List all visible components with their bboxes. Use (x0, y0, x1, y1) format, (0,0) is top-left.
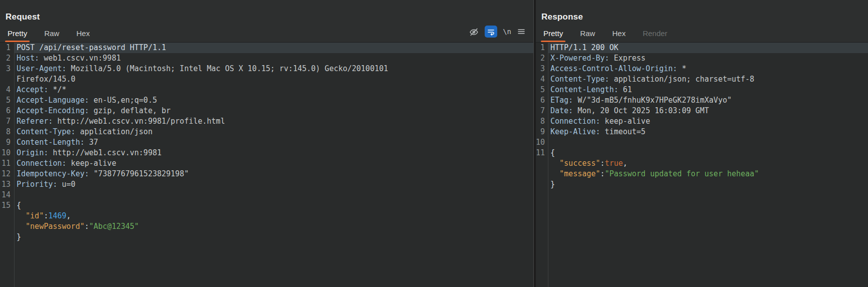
code-line-text: Accept-Language: en-US,en;q=0.5 (14, 95, 533, 106)
code-line-text: Connection: keep-alive (14, 158, 533, 169)
request-tab-hex[interactable]: Hex (75, 29, 91, 42)
code-line-text: { (14, 200, 533, 211)
code-line-text: } (548, 179, 868, 190)
response-tab-render: Render (642, 29, 668, 42)
line-number: 6 (536, 95, 548, 106)
code-line: Firefox/145.0 (0, 74, 533, 85)
code-line-text: Content-Length: 37 (14, 137, 533, 148)
code-line: 1POST /api/reset-password HTTP/1.1 (0, 43, 533, 53)
request-editor-toolbar: \n (469, 26, 526, 38)
line-number: 5 (0, 95, 14, 106)
line-number (0, 211, 14, 221)
code-line: 11Connection: keep-alive (0, 158, 533, 169)
line-number: 14 (0, 190, 14, 200)
line-number: 2 (536, 53, 548, 64)
code-line-text: Content-Type: application/json (14, 127, 533, 137)
code-line: 4Accept: */* (0, 85, 533, 95)
code-line: 9Keep-Alive: timeout=5 (536, 127, 868, 137)
code-line-text: Host: web1.cscv.vn:9981 (14, 53, 533, 64)
line-number: 15 (0, 200, 14, 211)
request-tab-raw[interactable]: Raw (43, 29, 60, 42)
code-line: 15{ (0, 200, 533, 211)
code-line: 2Host: web1.cscv.vn:9981 (0, 53, 533, 64)
line-number (0, 74, 14, 85)
code-line-text: User-Agent: Mozilla/5.0 (Macintosh; Inte… (14, 64, 533, 74)
line-number: 9 (0, 137, 14, 148)
code-line-text: Content-Type: application/json; charset=… (548, 74, 868, 85)
code-line-text: Access-Control-Allow-Origin: * (548, 64, 868, 74)
line-number: 1 (0, 43, 14, 53)
code-line: } (0, 232, 533, 242)
code-line-text: POST /api/reset-password HTTP/1.1 (14, 43, 533, 53)
code-line: 7Referer: http://web1.cscv.vn:9981/profi… (0, 116, 533, 127)
response-tab-raw[interactable]: Raw (579, 29, 596, 42)
code-line-text: "success":true, (548, 158, 868, 169)
code-line: 13Priority: u=0 (0, 179, 533, 190)
line-number: 10 (536, 137, 548, 148)
line-number: 13 (0, 179, 14, 190)
line-number (536, 158, 548, 169)
code-line: 3User-Agent: Mozilla/5.0 (Macintosh; Int… (0, 64, 533, 74)
response-panel-title: Response (541, 12, 583, 22)
code-line: 10Origin: http://web1.cscv.vn:9981 (0, 148, 533, 158)
line-number (0, 221, 14, 232)
request-panel-title: Request (6, 12, 40, 22)
line-number: 3 (536, 64, 548, 74)
code-line: 5Content-Length: 61 (536, 85, 868, 95)
line-number: 5 (536, 85, 548, 95)
request-panel: Request Pretty Raw Hex (0, 0, 533, 287)
code-line-text: Date: Mon, 20 Oct 2025 16:03:09 GMT (548, 106, 868, 116)
code-line: 2X-Powered-By: Express (536, 53, 868, 64)
soft-wrap-toggle-icon[interactable] (485, 26, 497, 38)
code-line: 6ETag: W/"3d-mB5/fnhuK9x7HPeGK278imXaVyo… (536, 95, 868, 106)
line-number: 8 (0, 127, 14, 137)
code-line-text: "message":"Password updated for user heh… (548, 169, 868, 179)
code-line-text: Keep-Alive: timeout=5 (548, 127, 868, 137)
line-number: 11 (0, 158, 14, 169)
line-number: 4 (0, 85, 14, 95)
code-line-text: { (548, 148, 868, 158)
code-line: 8Content-Type: application/json (0, 127, 533, 137)
line-number: 3 (0, 64, 14, 74)
request-editor[interactable]: 1POST /api/reset-password HTTP/1.12Host:… (0, 42, 533, 287)
response-tabs: Pretty Raw Hex Render (542, 29, 668, 42)
code-line-text: } (14, 232, 533, 242)
response-panel-header: Response Pretty Raw Hex Render (536, 0, 868, 42)
code-line: 1HTTP/1.1 200 OK (536, 43, 868, 53)
line-number: 10 (0, 148, 14, 158)
show-newlines-toggle-icon[interactable]: \n (503, 26, 511, 38)
line-number: 7 (0, 116, 14, 127)
code-line-text: HTTP/1.1 200 OK (548, 43, 868, 53)
code-line-text: Content-Length: 61 (548, 85, 868, 95)
code-line-text: Origin: http://web1.cscv.vn:9981 (14, 148, 533, 158)
response-tab-pretty[interactable]: Pretty (542, 29, 564, 42)
code-line-text: "id":1469, (14, 211, 533, 221)
hide-eye-slash-icon[interactable] (469, 26, 479, 38)
response-editor[interactable]: 1HTTP/1.1 200 OK2X-Powered-By: Express3A… (536, 42, 868, 287)
line-number: 2 (0, 53, 14, 64)
code-line: 7Date: Mon, 20 Oct 2025 16:03:09 GMT (536, 106, 868, 116)
code-line: 12Idempotency-Key: "7387767961523829198" (0, 169, 533, 179)
http-message-viewer: Request Pretty Raw Hex (0, 0, 868, 287)
request-tab-pretty[interactable]: Pretty (7, 29, 28, 42)
request-panel-header: Request Pretty Raw Hex (0, 0, 533, 42)
code-line: 11{ (536, 148, 868, 158)
code-line: } (536, 179, 868, 190)
editor-menu-hamburger-icon[interactable] (517, 26, 526, 38)
line-number: 6 (0, 106, 14, 116)
code-line: "newPassword":"Abc@12345" (0, 221, 533, 232)
line-number (0, 232, 14, 242)
line-number: 11 (536, 148, 548, 158)
code-line-text: Referer: http://web1.cscv.vn:9981/profil… (14, 116, 533, 127)
line-number: 1 (536, 43, 548, 53)
code-line-text: ETag: W/"3d-mB5/fnhuK9x7HPeGK278imXaVyo" (548, 95, 868, 106)
line-number: 4 (536, 74, 548, 85)
code-line-text (14, 190, 533, 200)
code-line: 6Accept-Encoding: gzip, deflate, br (0, 106, 533, 116)
code-line-text (548, 137, 868, 148)
line-number: 7 (536, 106, 548, 116)
code-line-text: Priority: u=0 (14, 179, 533, 190)
request-tabs: Pretty Raw Hex (7, 29, 91, 42)
response-tab-hex[interactable]: Hex (611, 29, 627, 42)
line-number: 9 (536, 127, 548, 137)
